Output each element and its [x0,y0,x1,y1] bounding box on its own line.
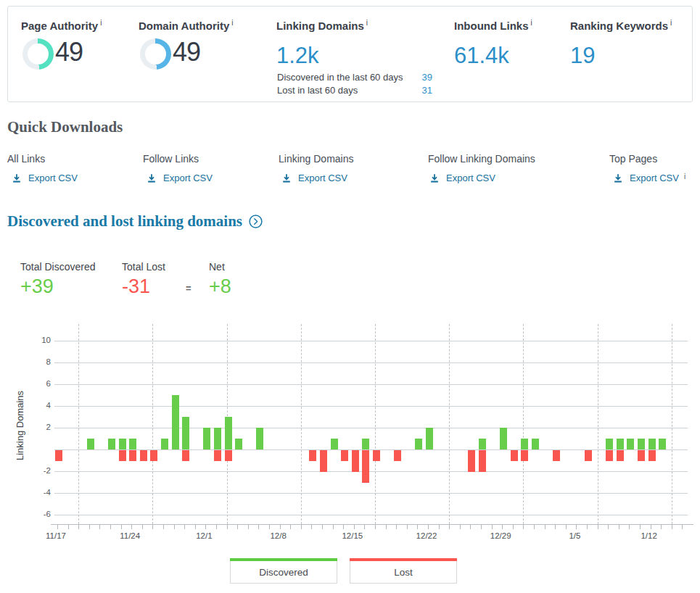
bar-discovered-11/28 [172,395,179,449]
top-pages-label: Top Pages [609,153,657,165]
bar-discovered-1/13 [659,439,666,449]
x-axis-tick [545,525,545,529]
bar-lost-12/14 [341,450,348,461]
x-axis-tick [89,525,90,529]
bar-discovered-11/23 [119,439,126,449]
download-icon [613,173,623,183]
linking-domains-dl-label: Linking Domains [279,153,354,165]
gridline [54,515,688,515]
inbound-links-value: 61.4k [454,43,509,69]
x-axis-tick [280,525,281,529]
gridline [54,493,688,494]
legend-discovered[interactable]: Discovered [230,561,337,584]
gridline-dashed [301,324,302,524]
y-tick-label: -2 [20,466,51,475]
legend-lost[interactable]: Lost [350,561,457,584]
gridline [54,449,688,450]
export-csv-all-links[interactable]: Export CSV [12,173,78,183]
x-axis-tick [672,525,672,529]
bar-lost-1/6 [585,450,592,461]
domain-authority-gauge [140,38,171,70]
bar-discovered-12/29 [500,428,507,449]
x-axis-tick [555,525,556,529]
x-tick-label: 1/12 [627,531,671,540]
x-axis-tick [121,525,122,529]
info-icon[interactable]: i [684,173,685,181]
lost-60-days-value: 31 [422,84,432,97]
x-axis-tick [523,525,524,529]
lost-60-days-label: Lost in last 60 days [277,84,358,97]
x-axis-tick [248,525,249,529]
bar-discovered-1/10 [627,439,634,449]
x-axis-tick [78,525,79,529]
bar-discovered-1/12 [648,439,656,449]
x-tick-label: 1/5 [553,531,596,540]
info-icon[interactable]: i [531,19,532,27]
bar-lost-11/25 [140,450,147,461]
x-axis-tick [258,525,259,529]
x-axis-tick [407,525,408,529]
x-axis-tick [131,525,132,529]
quick-downloads-heading: Quick Downloads [7,118,123,136]
bar-lost-11/24 [129,450,136,461]
x-axis-tick [460,525,461,529]
bar-lost-12/12 [320,450,327,472]
bar-lost-12/3 [225,450,232,461]
bar-lost-12/19 [394,450,401,461]
x-axis-tick [343,525,344,529]
x-axis-tick [428,525,429,529]
lost-60-days-row: Lost in last 60 days 31 [277,84,432,97]
bar-discovered-12/1 [203,428,210,449]
export-csv-linking-domains[interactable]: Export CSV [281,173,347,183]
bar-discovered-11/29 [182,417,189,449]
x-tick-label: 11/24 [108,531,152,540]
total-lost-label: Total Lost [122,261,165,273]
x-axis-tick [566,525,567,529]
discovered-lost-section-title[interactable]: Discovered and lost linking domains [7,212,263,231]
x-axis-tick [311,525,312,529]
gridline-dashed [672,324,672,524]
chevron-right-circle-icon[interactable] [249,215,263,228]
gridline-dashed [449,324,450,524]
download-icon [12,173,22,183]
bar-discovered-1/8 [606,439,613,449]
equals-sign: = [186,283,192,294]
gridline-dashed [78,324,79,524]
ranking-keywords-label: Ranking Keywordsi [570,19,672,32]
download-icon [429,173,440,183]
bar-discovered-1/11 [638,439,645,449]
x-axis-tick [587,525,588,529]
bar-lost-1/12 [648,450,656,461]
domain-authority-value: 49 [173,37,200,67]
x-axis-tick [396,525,397,529]
x-tick-label: 12/15 [331,531,374,540]
x-axis-tick [619,525,619,529]
y-tick-label: 4 [20,401,51,410]
export-csv-top-pages[interactable]: Export CSV i [613,173,685,183]
gridline [54,428,688,428]
info-icon[interactable]: i [100,19,102,27]
x-axis-tick [237,525,238,529]
export-csv-follow-links[interactable]: Export CSV [147,173,213,183]
bar-discovered-1/9 [617,439,624,449]
x-axis-tick [386,525,387,529]
x-axis-tick [682,525,683,529]
info-icon[interactable]: i [366,19,368,27]
bar-lost-1/8 [606,450,613,461]
bar-discovered-12/13 [331,439,338,449]
info-icon[interactable]: i [231,19,233,27]
bar-lost-1/11 [638,450,645,461]
bar-discovered-12/21 [415,439,422,449]
info-icon[interactable]: i [670,19,672,27]
bar-lost-12/16 [362,450,369,483]
bar-discovered-11/22 [108,439,115,449]
export-csv-follow-linking-domains[interactable]: Export CSV [429,173,495,183]
x-axis-tick [110,525,111,529]
bar-discovered-12/4 [235,439,242,449]
x-axis-tick [354,525,355,529]
y-tick-label: -4 [20,488,51,497]
bar-discovered-12/31 [521,439,528,449]
bar-discovered-12/16 [362,439,369,449]
download-icon [281,173,292,183]
x-axis-tick [492,525,493,529]
